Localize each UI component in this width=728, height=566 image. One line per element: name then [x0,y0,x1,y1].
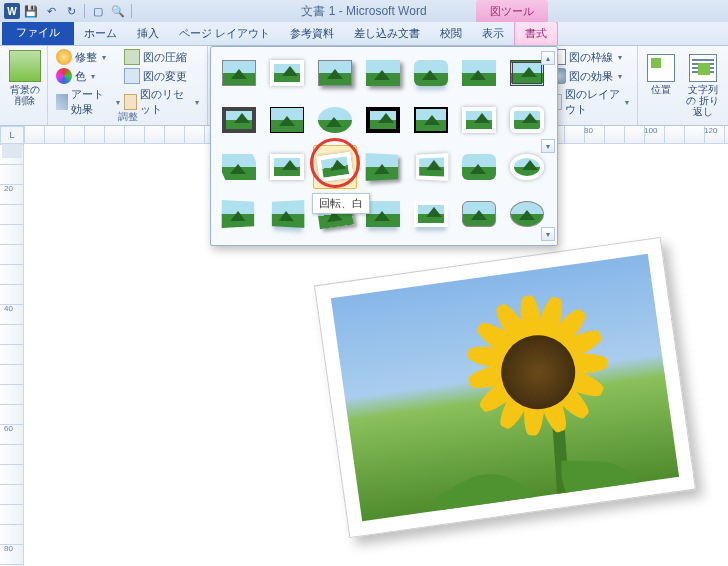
picture-border-label: 図の枠線 [569,50,613,65]
style-rotated-white[interactable] [313,145,357,189]
ruler-h-tick: 80 [584,126,593,135]
ruler-v-tick: 20 [4,184,13,193]
style-moderate-black[interactable] [409,98,453,142]
chevron-down-icon: ▾ [116,98,120,107]
adjust-group-label: 調整 [48,110,207,124]
undo-icon[interactable]: ↶ [42,2,60,20]
wrap-text-label: 文字列の 折り返し [685,84,720,117]
tab-page-layout[interactable]: ページ レイアウト [169,22,280,45]
scroll-down-button[interactable]: ▾ [541,139,555,153]
window-title: 文書 1 - Microsoft Word [301,3,426,20]
group-adjust: 修整▾ 色▾ アート効果▾ 図の圧縮 図の変更 図のリセット▾ 調整 [48,46,208,125]
picture-content [331,254,679,521]
chevron-down-icon: ▾ [625,98,629,107]
style-perspective-shadow[interactable] [361,145,405,189]
redo-icon[interactable]: ↻ [62,2,80,20]
chevron-down-icon: ▾ [618,53,622,62]
corrections-button[interactable]: 修整▾ [54,48,122,66]
group-remove-background: 背景の 削除 [0,46,48,125]
ruler-v-tick: 60 [4,424,13,433]
style-compound-black[interactable] [361,98,405,142]
qat-separator [131,4,132,18]
gallery-grid [217,51,555,236]
picture-styles-gallery: ▴ ▾ ▾ [210,46,558,246]
ruler-margin-shade [2,144,22,158]
style-metal-frame[interactable] [313,51,357,95]
style-thick-matte[interactable] [217,98,261,142]
qat-separator [84,4,85,18]
ruler-v-tick: 40 [4,304,13,313]
compress-icon [124,49,140,65]
remove-background-button[interactable]: 背景の 削除 [6,48,44,108]
file-tab[interactable]: ファイル [2,21,74,45]
inserted-picture[interactable] [314,237,696,538]
tab-mailings[interactable]: 差し込み文書 [344,22,430,45]
chevron-down-icon: ▾ [195,98,199,107]
style-reflected-perspective[interactable] [265,192,309,236]
color-label: 色 [75,69,86,84]
style-bevel-perspective[interactable] [217,192,261,236]
ruler-h-tick: 120 [704,126,717,135]
tab-insert[interactable]: 挿入 [127,22,169,45]
artistic-effects-icon [56,94,68,110]
wrap-text-button[interactable]: 文字列の 折り返し [683,52,722,119]
tab-references[interactable]: 参考資料 [280,22,344,45]
quick-access-toolbar: W 💾 ↶ ↻ ▢ 🔍 [0,2,134,20]
group-arrange: 位置 文字列の 折り返し [638,46,728,125]
ruler-v-tick: 80 [4,544,13,553]
color-button[interactable]: 色▾ [54,67,122,85]
style-relaxed-perspective[interactable] [409,145,453,189]
scroll-up-button[interactable]: ▴ [541,51,555,65]
style-beveled-matte[interactable] [265,51,309,95]
style-reflected-bevel-white[interactable] [409,192,453,236]
style-simple-frame[interactable] [217,51,261,95]
ruler-h-tick: 100 [644,126,657,135]
style-snip-diagonal[interactable] [217,145,261,189]
position-label: 位置 [651,84,671,95]
save-icon[interactable]: 💾 [22,2,40,20]
title-bar: W 💾 ↶ ↻ ▢ 🔍 文書 1 - Microsoft Word 図ツール [0,0,728,22]
style-reflected-rounded[interactable] [409,51,453,95]
tab-review[interactable]: 校閲 [430,22,472,45]
picture-border-button[interactable]: 図の枠線▾ [548,48,631,66]
ruler-corner: L [0,126,24,144]
position-button[interactable]: 位置 [644,52,677,119]
style-moderate-white[interactable] [265,145,309,189]
style-center-shadow[interactable] [457,98,501,142]
gallery-scrollbar: ▴ ▾ ▾ [541,51,555,241]
change-picture-label: 図の変更 [143,69,187,84]
color-icon [56,68,72,84]
style-soft-edge-oval[interactable] [457,145,501,189]
position-icon [647,54,675,82]
remove-background-icon [9,50,41,82]
gallery-more-button[interactable]: ▾ [541,227,555,241]
leaf-shape [432,456,540,521]
word-app-icon: W [4,3,20,19]
chevron-down-icon: ▾ [102,53,106,62]
contextual-tab-label: 図ツール [476,0,548,22]
corrections-icon [56,49,72,65]
compress-pictures-button[interactable]: 図の圧縮 [122,48,201,66]
style-metal-rounded[interactable] [457,192,501,236]
style-soft-edge[interactable] [457,51,501,95]
chevron-down-icon: ▾ [618,72,622,81]
ribbon-tabs: ファイル ホーム 挿入 ページ レイアウト 参考資料 差し込み文書 校閲 表示 … [0,22,728,46]
tab-view[interactable]: 表示 [472,22,514,45]
print-preview-icon[interactable]: 🔍 [109,2,127,20]
change-picture-button[interactable]: 図の変更 [122,67,201,85]
tab-format[interactable]: 書式 [514,21,558,45]
style-beveled-oval[interactable] [313,98,357,142]
picture-layout-button[interactable]: 図のレイアウト▾ [548,86,631,118]
picture-effects-button[interactable]: 図の効果▾ [548,67,631,85]
style-tooltip: 回転、白 [312,193,370,214]
reset-picture-icon [124,94,137,110]
style-drop-shadow[interactable] [361,51,405,95]
picture-effects-label: 図の効果 [569,69,613,84]
change-picture-icon [124,68,140,84]
remove-background-label: 背景の 削除 [8,84,42,106]
new-doc-icon[interactable]: ▢ [89,2,107,20]
corrections-label: 修整 [75,50,97,65]
tab-home[interactable]: ホーム [74,22,127,45]
style-simple-black[interactable] [265,98,309,142]
vertical-ruler[interactable]: 20 40 60 80 [0,144,24,566]
